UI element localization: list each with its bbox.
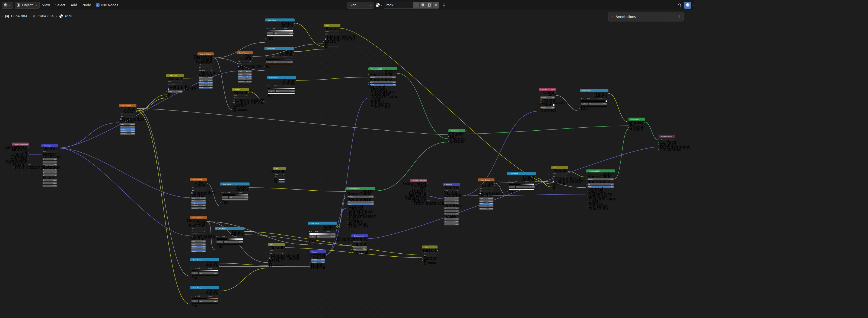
pin-button[interactable]: [442, 3, 446, 7]
row-val-y[interactable]: Y1.000: [443, 220, 460, 223]
socket[interactable]: [166, 96, 167, 97]
remove-stop-icon[interactable]: −: [311, 231, 312, 232]
node-mix_t[interactable]: ⌄MixResultColor⌄Mix⌄Clamp ResultClamp Fa…: [323, 24, 340, 48]
row-rctl[interactable]: ⊕−⌄RGB⌄Linear⌄: [580, 97, 609, 100]
row-slider-detail[interactable]: Detail0.000: [197, 79, 214, 82]
node-material_output[interactable]: ⌄Material OutputAll⌄SurfaceVolumeDisplac…: [659, 135, 675, 151]
menu-node[interactable]: Node: [80, 3, 94, 7]
menu-select[interactable]: Select: [53, 3, 68, 7]
socket[interactable]: [579, 108, 580, 109]
row-drop[interactable]: Color⌄: [166, 80, 184, 83]
material-slot-dropdown[interactable]: Slot 1 ⌄: [347, 2, 373, 9]
row-sw-color[interactable]: Color: [539, 104, 556, 106]
slider-rando...[interactable]: Rando...1.000: [199, 87, 213, 89]
add-stop-icon[interactable]: ⊕: [508, 181, 510, 182]
value-field[interactable]: X0.300: [42, 179, 57, 181]
socket[interactable]: [293, 51, 294, 52]
remove-stop-icon[interactable]: −: [193, 267, 194, 269]
dropdown[interactable]: 3D⌄: [238, 60, 252, 62]
row-slider-scale[interactable]: Scale414.000: [190, 197, 207, 199]
row-ramp[interactable]: [265, 58, 294, 61]
dropdown[interactable]: 3D⌄: [191, 186, 206, 189]
stop-index-field[interactable]: 1: [268, 90, 275, 92]
node-header[interactable]: ⌄Material Output: [659, 135, 675, 138]
dropdown[interactable]: Color⌄: [274, 173, 285, 175]
node-ramp_t1[interactable]: ⌄Color RampColorAlpha⊕−⌄RGB⌄Linear⌄1Fac0…: [265, 19, 294, 40]
checkbox-icon[interactable]: [540, 99, 542, 101]
row-drop[interactable]: 3D⌄: [237, 60, 253, 62]
row-rctl[interactable]: ⊕−⌄RGB⌄Linear⌄: [507, 180, 536, 183]
socket[interactable]: [368, 77, 369, 78]
stop-index-field[interactable]: 0: [216, 240, 223, 243]
value-field[interactable]: X0 m: [42, 158, 57, 160]
collapse-chevron-icon[interactable]: ⌄: [587, 170, 588, 172]
color-swatch[interactable]: [237, 109, 247, 111]
collapse-chevron-icon[interactable]: ⌄: [309, 223, 310, 224]
node-mapping_1[interactable]: ⌄MappingVectorPoint⌄VectorLocationX0 mY0…: [41, 144, 58, 188]
node-darken[interactable]: ⌄DarkenResultColor⌄Darken⌄Clamp ResultCl…: [232, 88, 249, 112]
socket[interactable]: [197, 75, 198, 76]
value-field[interactable]: X0 m: [444, 197, 459, 199]
node-mix_l[interactable]: ⌄MixResultColor⌄Mix⌄Clamp ResultClamp Fa…: [268, 243, 285, 267]
row-rctl[interactable]: ⊕−⌄RGB⌄Linear⌄: [267, 84, 296, 87]
socket[interactable]: [586, 186, 587, 187]
socket[interactable]: [494, 183, 495, 184]
socket[interactable]: [28, 162, 29, 163]
node-ao[interactable]: ⌄Ambient OcclusionColorAOSamples16Inside…: [539, 88, 556, 112]
socket[interactable]: [296, 80, 297, 82]
add-stop-icon[interactable]: ⊕: [267, 27, 268, 29]
slider-ior[interactable]: IOR1.500: [370, 81, 396, 83]
node-mapping_2[interactable]: ⌄MappingVectorPoint⌄VectorLocationX0 mY0…: [443, 183, 460, 227]
color-swatch[interactable]: [428, 262, 436, 264]
value-field[interactable]: Y0.300: [42, 182, 57, 184]
socket[interactable]: [427, 198, 428, 199]
socket[interactable]: [422, 263, 423, 264]
row-val-x[interactable]: X0°: [41, 168, 58, 171]
row-slider-detail[interactable]: Detail15.000: [237, 73, 253, 76]
color-mode-dropdown[interactable]: RGB⌄: [222, 236, 232, 238]
socket[interactable]: [309, 259, 310, 260]
node-tex_coord_1[interactable]: ⌄Texture CoordinateGeneratedNormalUVObje…: [12, 143, 29, 169]
node-ramp_t2[interactable]: ⌄Color RampColorAlpha⊕−⌄RGB⌄Linear⌄1Fac0…: [265, 47, 294, 69]
row-drop[interactable]: Color⌄: [551, 172, 568, 175]
socket[interactable]: [231, 105, 232, 106]
ramp-options-icon[interactable]: ⌄: [272, 85, 273, 87]
socket[interactable]: [244, 231, 245, 232]
row-hl-lacunarity[interactable]: Lacunarity2.000: [119, 131, 136, 133]
color-swatch[interactable]: [273, 264, 283, 266]
socket[interactable]: [207, 223, 208, 224]
socket[interactable]: [555, 94, 556, 95]
row-fac[interactable]: 0Fac0.955: [580, 103, 609, 105]
dropdown[interactable]: Color⌄: [424, 252, 436, 254]
interpolation-dropdown[interactable]: Linear⌄: [208, 267, 218, 269]
slider-strength[interactable]: Strength0.100: [311, 259, 325, 261]
checkbox-icon[interactable]: [167, 86, 169, 87]
slider-scale[interactable]: Scale25.000: [191, 240, 206, 242]
row-sw-b[interactable]: B: [268, 264, 285, 267]
row-col-thin-film[interactable]: ›Thin Film: [346, 225, 375, 227]
row-fac[interactable]: 1Fac0.623: [308, 235, 337, 238]
row-drop[interactable]: 3D⌄: [190, 186, 207, 189]
stop-index-field[interactable]: 0: [191, 300, 198, 302]
row-slider-distortion[interactable]: Distortion0.000: [237, 80, 253, 83]
slider-roughn...[interactable]: Roughn...0.500: [191, 245, 206, 248]
socket[interactable]: [219, 263, 220, 264]
row-ramp[interactable]: [215, 238, 244, 240]
slider-lacunarity[interactable]: Lacunarity2.000: [191, 204, 206, 207]
row-val-y[interactable]: Y0°: [443, 210, 460, 212]
ramp-options-icon[interactable]: ⌄: [220, 236, 221, 237]
socket[interactable]: [586, 181, 587, 182]
socket[interactable]: [614, 174, 616, 175]
socket[interactable]: [231, 110, 232, 111]
row-fac[interactable]: 1Fac0.498: [265, 61, 294, 63]
socket[interactable]: [551, 183, 552, 184]
color-swatch[interactable]: [278, 181, 284, 183]
node-principled_3[interactable]: ⌄Principled BSDFBSDFBase ColorMetallic0.…: [586, 170, 615, 211]
row-fac[interactable]: 0Fac0.409: [190, 300, 219, 302]
row-slider-distortion[interactable]: Distortion1.000: [190, 207, 207, 210]
socket[interactable]: [207, 221, 208, 222]
color-ramp-gradient[interactable]: [267, 30, 293, 32]
dropdown[interactable]: 3D⌄: [120, 113, 135, 115]
stop-index-field[interactable]: 1: [309, 235, 316, 238]
socket[interactable]: [219, 265, 220, 266]
